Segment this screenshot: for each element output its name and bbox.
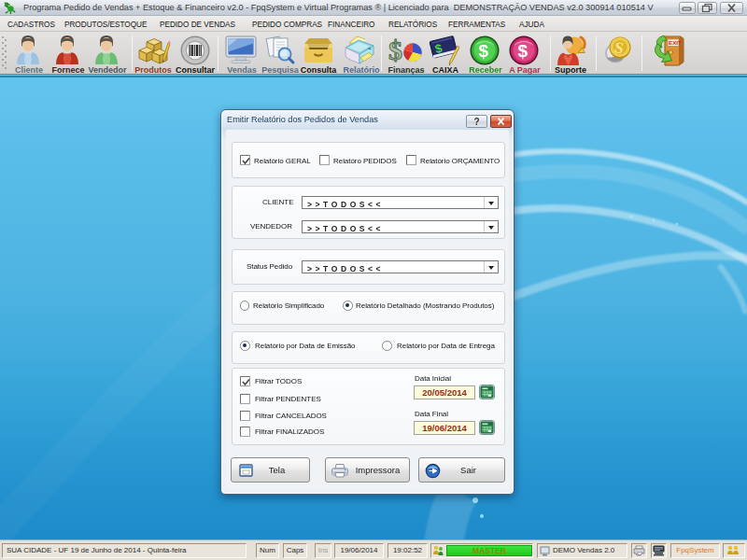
- svg-text:$: $: [479, 41, 489, 61]
- svg-text:EXIT: EXIT: [669, 39, 682, 46]
- svg-text:$: $: [518, 41, 529, 61]
- svg-text:$: $: [388, 35, 402, 65]
